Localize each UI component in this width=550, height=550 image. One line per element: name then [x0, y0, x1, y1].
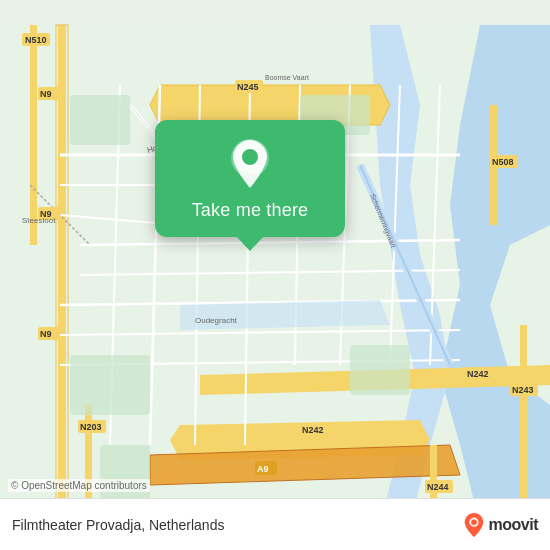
svg-rect-28: [350, 345, 410, 395]
svg-text:N508: N508: [492, 157, 514, 167]
svg-text:N9: N9: [40, 329, 52, 339]
svg-text:N242: N242: [467, 369, 489, 379]
moovit-brand-text: moovit: [489, 516, 538, 534]
svg-rect-24: [70, 95, 130, 145]
take-me-there-button[interactable]: Take me there: [192, 200, 309, 221]
svg-text:N9: N9: [40, 89, 52, 99]
svg-text:N242: N242: [302, 425, 324, 435]
svg-text:N245: N245: [237, 82, 259, 92]
svg-point-63: [471, 519, 477, 525]
svg-rect-26: [70, 355, 150, 415]
location-pin-icon: [229, 138, 271, 190]
map-background: N510 N510 N9 N9 N9 N245 N242 N242 N508 N…: [0, 0, 550, 550]
popup-card: Take me there: [155, 120, 345, 237]
svg-point-61: [241, 148, 259, 166]
svg-text:N510: N510: [25, 35, 47, 45]
map-container: N510 N510 N9 N9 N9 N245 N242 N242 N508 N…: [0, 0, 550, 550]
svg-rect-1: [58, 25, 66, 525]
location-name: Filmtheater Provadja, Netherlands: [12, 517, 224, 533]
bottom-bar: Filmtheater Provadja, Netherlands moovit: [0, 498, 550, 550]
svg-text:Oudegracht: Oudegracht: [195, 316, 238, 325]
svg-text:A9: A9: [257, 464, 269, 474]
osm-attribution: © OpenStreetMap contributors: [8, 479, 150, 492]
svg-text:Steesloot: Steesloot: [22, 216, 56, 225]
svg-rect-3: [30, 25, 37, 245]
svg-text:N203: N203: [80, 422, 102, 432]
svg-text:N243: N243: [512, 385, 534, 395]
moovit-pin-icon: [463, 512, 485, 538]
svg-text:N244: N244: [427, 482, 449, 492]
svg-rect-6: [520, 325, 527, 525]
moovit-logo: moovit: [463, 512, 538, 538]
svg-text:Boomse Vaart: Boomse Vaart: [265, 74, 309, 81]
